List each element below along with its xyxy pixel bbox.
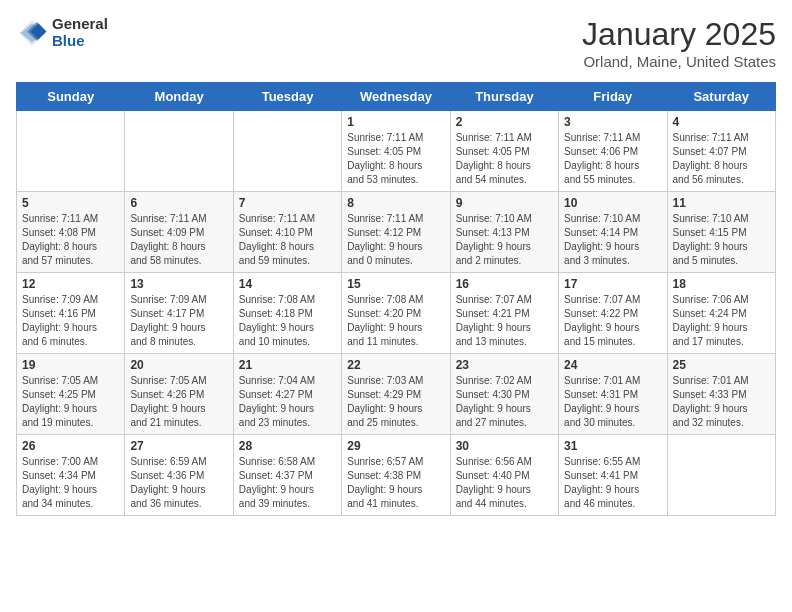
calendar-day-cell: [233, 111, 341, 192]
day-info: Sunrise: 7:04 AM Sunset: 4:27 PM Dayligh…: [239, 374, 336, 430]
calendar-day-cell: 19Sunrise: 7:05 AM Sunset: 4:25 PM Dayli…: [17, 354, 125, 435]
calendar-week-row: 19Sunrise: 7:05 AM Sunset: 4:25 PM Dayli…: [17, 354, 776, 435]
day-number: 29: [347, 439, 444, 453]
day-number: 14: [239, 277, 336, 291]
day-number: 26: [22, 439, 119, 453]
day-info: Sunrise: 7:08 AM Sunset: 4:18 PM Dayligh…: [239, 293, 336, 349]
day-info: Sunrise: 7:10 AM Sunset: 4:15 PM Dayligh…: [673, 212, 770, 268]
day-number: 3: [564, 115, 661, 129]
day-number: 12: [22, 277, 119, 291]
weekday-header-cell: Monday: [125, 83, 233, 111]
day-info: Sunrise: 7:07 AM Sunset: 4:22 PM Dayligh…: [564, 293, 661, 349]
calendar-day-cell: 8Sunrise: 7:11 AM Sunset: 4:12 PM Daylig…: [342, 192, 450, 273]
logo-blue: Blue: [52, 33, 108, 50]
day-number: 24: [564, 358, 661, 372]
day-number: 23: [456, 358, 553, 372]
day-info: Sunrise: 7:09 AM Sunset: 4:16 PM Dayligh…: [22, 293, 119, 349]
calendar-day-cell: [125, 111, 233, 192]
calendar-day-cell: 10Sunrise: 7:10 AM Sunset: 4:14 PM Dayli…: [559, 192, 667, 273]
day-info: Sunrise: 6:57 AM Sunset: 4:38 PM Dayligh…: [347, 455, 444, 511]
day-number: 30: [456, 439, 553, 453]
calendar-day-cell: 21Sunrise: 7:04 AM Sunset: 4:27 PM Dayli…: [233, 354, 341, 435]
calendar-week-row: 26Sunrise: 7:00 AM Sunset: 4:34 PM Dayli…: [17, 435, 776, 516]
day-number: 7: [239, 196, 336, 210]
header: General Blue January 2025 Orland, Maine,…: [16, 16, 776, 70]
day-number: 16: [456, 277, 553, 291]
calendar-day-cell: 24Sunrise: 7:01 AM Sunset: 4:31 PM Dayli…: [559, 354, 667, 435]
day-info: Sunrise: 7:11 AM Sunset: 4:05 PM Dayligh…: [456, 131, 553, 187]
day-info: Sunrise: 7:02 AM Sunset: 4:30 PM Dayligh…: [456, 374, 553, 430]
day-info: Sunrise: 7:05 AM Sunset: 4:25 PM Dayligh…: [22, 374, 119, 430]
calendar: SundayMondayTuesdayWednesdayThursdayFrid…: [16, 82, 776, 516]
calendar-day-cell: 31Sunrise: 6:55 AM Sunset: 4:41 PM Dayli…: [559, 435, 667, 516]
weekday-header-cell: Thursday: [450, 83, 558, 111]
calendar-day-cell: 15Sunrise: 7:08 AM Sunset: 4:20 PM Dayli…: [342, 273, 450, 354]
calendar-day-cell: 14Sunrise: 7:08 AM Sunset: 4:18 PM Dayli…: [233, 273, 341, 354]
calendar-day-cell: 18Sunrise: 7:06 AM Sunset: 4:24 PM Dayli…: [667, 273, 775, 354]
day-number: 28: [239, 439, 336, 453]
logo: General Blue: [16, 16, 108, 49]
calendar-day-cell: 27Sunrise: 6:59 AM Sunset: 4:36 PM Dayli…: [125, 435, 233, 516]
calendar-day-cell: [17, 111, 125, 192]
day-number: 6: [130, 196, 227, 210]
weekday-header-cell: Friday: [559, 83, 667, 111]
day-info: Sunrise: 6:59 AM Sunset: 4:36 PM Dayligh…: [130, 455, 227, 511]
calendar-day-cell: 16Sunrise: 7:07 AM Sunset: 4:21 PM Dayli…: [450, 273, 558, 354]
calendar-day-cell: 5Sunrise: 7:11 AM Sunset: 4:08 PM Daylig…: [17, 192, 125, 273]
month-title: January 2025: [582, 16, 776, 53]
day-info: Sunrise: 7:11 AM Sunset: 4:07 PM Dayligh…: [673, 131, 770, 187]
day-number: 31: [564, 439, 661, 453]
calendar-day-cell: 17Sunrise: 7:07 AM Sunset: 4:22 PM Dayli…: [559, 273, 667, 354]
day-info: Sunrise: 7:03 AM Sunset: 4:29 PM Dayligh…: [347, 374, 444, 430]
day-number: 18: [673, 277, 770, 291]
day-info: Sunrise: 7:11 AM Sunset: 4:10 PM Dayligh…: [239, 212, 336, 268]
day-number: 11: [673, 196, 770, 210]
weekday-header-cell: Sunday: [17, 83, 125, 111]
day-number: 2: [456, 115, 553, 129]
day-info: Sunrise: 7:11 AM Sunset: 4:08 PM Dayligh…: [22, 212, 119, 268]
day-info: Sunrise: 6:55 AM Sunset: 4:41 PM Dayligh…: [564, 455, 661, 511]
day-number: 19: [22, 358, 119, 372]
day-info: Sunrise: 7:11 AM Sunset: 4:09 PM Dayligh…: [130, 212, 227, 268]
weekday-header: SundayMondayTuesdayWednesdayThursdayFrid…: [17, 83, 776, 111]
calendar-day-cell: 12Sunrise: 7:09 AM Sunset: 4:16 PM Dayli…: [17, 273, 125, 354]
calendar-day-cell: 1Sunrise: 7:11 AM Sunset: 4:05 PM Daylig…: [342, 111, 450, 192]
calendar-day-cell: 26Sunrise: 7:00 AM Sunset: 4:34 PM Dayli…: [17, 435, 125, 516]
location-title: Orland, Maine, United States: [582, 53, 776, 70]
weekday-header-cell: Wednesday: [342, 83, 450, 111]
day-number: 9: [456, 196, 553, 210]
calendar-day-cell: 13Sunrise: 7:09 AM Sunset: 4:17 PM Dayli…: [125, 273, 233, 354]
day-info: Sunrise: 7:11 AM Sunset: 4:05 PM Dayligh…: [347, 131, 444, 187]
calendar-day-cell: 22Sunrise: 7:03 AM Sunset: 4:29 PM Dayli…: [342, 354, 450, 435]
logo-general: General: [52, 16, 108, 33]
calendar-day-cell: 11Sunrise: 7:10 AM Sunset: 4:15 PM Dayli…: [667, 192, 775, 273]
calendar-day-cell: [667, 435, 775, 516]
day-number: 15: [347, 277, 444, 291]
day-info: Sunrise: 6:56 AM Sunset: 4:40 PM Dayligh…: [456, 455, 553, 511]
calendar-week-row: 12Sunrise: 7:09 AM Sunset: 4:16 PM Dayli…: [17, 273, 776, 354]
day-number: 17: [564, 277, 661, 291]
day-info: Sunrise: 7:06 AM Sunset: 4:24 PM Dayligh…: [673, 293, 770, 349]
day-info: Sunrise: 7:11 AM Sunset: 4:06 PM Dayligh…: [564, 131, 661, 187]
calendar-day-cell: 20Sunrise: 7:05 AM Sunset: 4:26 PM Dayli…: [125, 354, 233, 435]
title-area: January 2025 Orland, Maine, United State…: [582, 16, 776, 70]
calendar-day-cell: 9Sunrise: 7:10 AM Sunset: 4:13 PM Daylig…: [450, 192, 558, 273]
day-number: 21: [239, 358, 336, 372]
calendar-day-cell: 23Sunrise: 7:02 AM Sunset: 4:30 PM Dayli…: [450, 354, 558, 435]
day-info: Sunrise: 7:11 AM Sunset: 4:12 PM Dayligh…: [347, 212, 444, 268]
day-number: 20: [130, 358, 227, 372]
day-number: 4: [673, 115, 770, 129]
calendar-day-cell: 7Sunrise: 7:11 AM Sunset: 4:10 PM Daylig…: [233, 192, 341, 273]
day-info: Sunrise: 7:10 AM Sunset: 4:14 PM Dayligh…: [564, 212, 661, 268]
calendar-day-cell: 2Sunrise: 7:11 AM Sunset: 4:05 PM Daylig…: [450, 111, 558, 192]
calendar-day-cell: 25Sunrise: 7:01 AM Sunset: 4:33 PM Dayli…: [667, 354, 775, 435]
logo-text: General Blue: [52, 16, 108, 49]
weekday-header-cell: Saturday: [667, 83, 775, 111]
day-number: 8: [347, 196, 444, 210]
day-info: Sunrise: 7:01 AM Sunset: 4:31 PM Dayligh…: [564, 374, 661, 430]
day-info: Sunrise: 7:05 AM Sunset: 4:26 PM Dayligh…: [130, 374, 227, 430]
day-number: 10: [564, 196, 661, 210]
calendar-day-cell: 6Sunrise: 7:11 AM Sunset: 4:09 PM Daylig…: [125, 192, 233, 273]
calendar-day-cell: 28Sunrise: 6:58 AM Sunset: 4:37 PM Dayli…: [233, 435, 341, 516]
logo-icon: [16, 17, 48, 49]
